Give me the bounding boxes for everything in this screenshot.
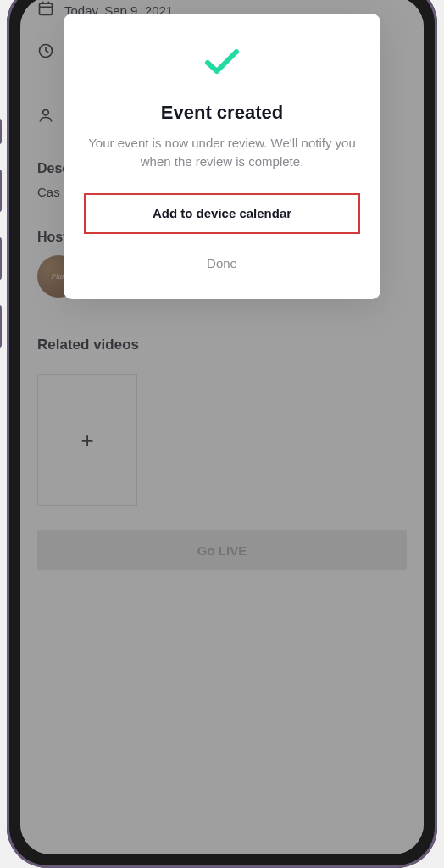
modal-title: Event created — [84, 102, 360, 124]
checkmark-icon — [204, 47, 240, 80]
event-created-modal: Event created Your event is now under re… — [64, 14, 380, 299]
phone-side-buttons — [0, 119, 2, 348]
modal-body-text: Your event is now under review. We'll no… — [84, 134, 360, 171]
done-button[interactable]: Done — [190, 249, 254, 277]
phone-frame: Today, Sep 9, 2021 — [7, 0, 437, 868]
modal-overlay: Event created Your event is now under re… — [20, 0, 424, 854]
success-icon-wrap — [84, 47, 360, 80]
phone-screen: Today, Sep 9, 2021 — [20, 0, 424, 854]
add-to-calendar-button[interactable]: Add to device calendar — [84, 193, 360, 234]
